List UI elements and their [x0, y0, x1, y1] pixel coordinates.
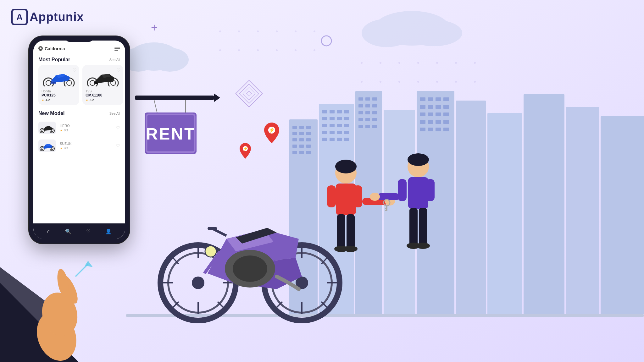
svg-marker-40 [214, 93, 220, 102]
svg-rect-110 [420, 97, 425, 101]
svg-point-160 [335, 160, 357, 173]
svg-rect-36 [239, 84, 259, 103]
suzuki-brand: SUZUKI [60, 142, 112, 145]
logo-text: Apptunix [30, 10, 84, 24]
svg-line-191 [75, 264, 88, 277]
svg-rect-37 [243, 87, 255, 100]
svg-text:+: + [151, 21, 158, 34]
svg-rect-129 [443, 128, 449, 131]
search-nav-icon[interactable]: 🔍 [65, 228, 71, 234]
svg-rect-107 [358, 125, 363, 128]
new-model-see-all[interactable]: See All [109, 112, 120, 115]
svg-point-8 [238, 49, 240, 51]
svg-rect-130 [126, 314, 644, 317]
svg-line-141 [171, 302, 179, 309]
phone-frame: California Most Popular See All ♡ [29, 36, 130, 244]
svg-rect-162 [327, 185, 336, 207]
svg-point-170 [408, 156, 429, 177]
svg-rect-67 [299, 138, 304, 141]
svg-text:⚡: ⚡ [243, 146, 248, 151]
svg-rect-95 [358, 97, 363, 101]
profile-nav-icon[interactable]: 👤 [105, 228, 112, 234]
tvs-model: CMX1100 [86, 93, 120, 97]
honda-star: ★ [42, 98, 44, 102]
svg-rect-76 [330, 110, 335, 113]
svg-point-7 [219, 49, 221, 51]
svg-line-41 [154, 100, 157, 113]
svg-rect-85 [337, 124, 342, 127]
svg-rect-74 [306, 151, 311, 154]
svg-rect-161 [336, 184, 356, 215]
svg-rect-63 [292, 132, 297, 135]
honda-card[interactable]: ♡ Honda PCX125 [38, 65, 79, 105]
heart-nav-icon[interactable]: ♡ [86, 228, 91, 234]
svg-point-133 [192, 277, 204, 289]
suzuki-list-item[interactable]: SUZUKI ★ 3.2 ♡ [33, 137, 125, 155]
svg-rect-73 [299, 151, 304, 154]
svg-point-206 [41, 130, 43, 132]
svg-point-20 [361, 81, 363, 83]
suzuki-favorite-icon[interactable]: ♡ [116, 143, 120, 148]
svg-rect-99 [365, 104, 370, 107]
suzuki-info: SUZUKI ★ 3.2 [60, 142, 112, 150]
svg-rect-98 [358, 104, 363, 107]
svg-rect-62 [306, 126, 311, 129]
svg-point-10 [276, 49, 278, 51]
svg-line-151 [321, 256, 329, 264]
svg-point-187 [30, 306, 83, 362]
svg-rect-78 [344, 110, 349, 113]
new-model-title: New Model [38, 111, 65, 116]
most-popular-title: Most Popular [38, 57, 70, 63]
home-nav-icon[interactable]: ⌂ [47, 228, 50, 235]
tvs-star: ★ [86, 98, 88, 102]
svg-point-15 [398, 62, 400, 64]
tvs-favorite-icon[interactable]: ♡ [117, 68, 121, 73]
svg-rect-80 [330, 117, 335, 120]
svg-point-13 [361, 62, 363, 64]
svg-rect-113 [443, 97, 449, 101]
svg-point-21 [380, 81, 381, 83]
hero-favorite-icon[interactable]: ♡ [116, 125, 120, 130]
svg-point-169 [344, 246, 358, 252]
svg-rect-81 [337, 117, 342, 120]
phone-screen: California Most Popular See All ♡ [33, 41, 125, 239]
svg-point-168 [334, 246, 348, 252]
honda-brand: Honda [42, 90, 76, 93]
phone-mockup: California Most Popular See All ♡ [29, 36, 136, 250]
svg-line-150 [321, 302, 329, 309]
honda-favorite-icon[interactable]: ♡ [73, 68, 77, 73]
svg-rect-176 [426, 179, 435, 201]
svg-rect-128 [436, 128, 441, 131]
svg-point-14 [380, 62, 381, 64]
svg-point-143 [272, 253, 332, 313]
svg-rect-84 [330, 124, 335, 127]
svg-rect-156 [208, 227, 217, 230]
hero-list-item[interactable]: HERO ★ 3.2 ♡ [33, 119, 125, 137]
svg-rect-90 [344, 131, 349, 134]
svg-rect-53 [384, 110, 415, 314]
svg-rect-50 [289, 119, 318, 314]
svg-rect-111 [428, 97, 433, 101]
svg-line-140 [218, 256, 225, 264]
svg-rect-69 [292, 145, 297, 148]
svg-line-149 [275, 256, 282, 264]
svg-point-210 [41, 148, 43, 150]
svg-rect-115 [428, 105, 433, 109]
logo-icon: A [11, 9, 28, 25]
svg-rect-60 [292, 126, 297, 129]
svg-rect-178 [419, 208, 427, 246]
new-model-section-header: New Model See All [33, 108, 125, 119]
svg-point-175 [370, 193, 380, 201]
hamburger-menu-icon[interactable] [114, 47, 120, 51]
tvs-card[interactable]: ♡ TVS CMX1100 [82, 65, 123, 105]
svg-point-207 [51, 130, 53, 132]
most-popular-see-all[interactable]: See All [109, 58, 120, 62]
tvs-bike-image [86, 68, 120, 87]
svg-rect-104 [358, 118, 363, 121]
svg-rect-117 [443, 105, 449, 109]
svg-rect-173 [398, 179, 407, 201]
svg-point-2 [238, 30, 240, 32]
svg-rect-125 [443, 120, 449, 124]
svg-rect-58 [566, 107, 599, 314]
hero-brand: HERO [60, 124, 112, 128]
